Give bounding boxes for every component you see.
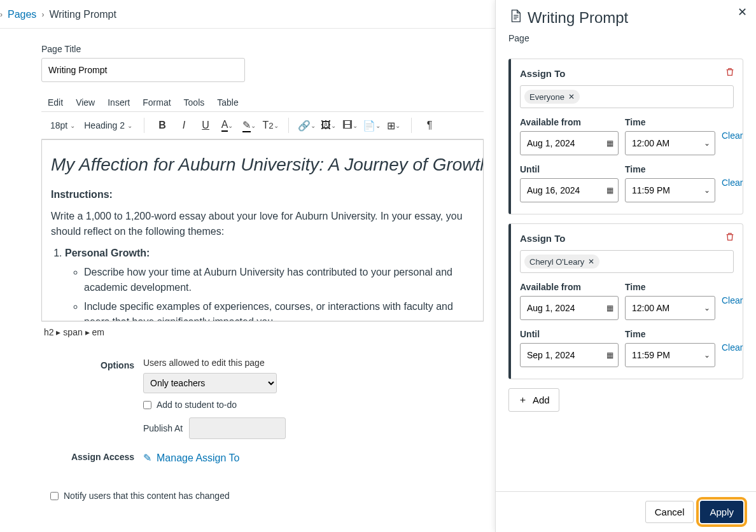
time-label: Time bbox=[625, 329, 715, 339]
close-icon[interactable]: ✕ bbox=[738, 5, 747, 19]
calendar-icon[interactable]: ▦ bbox=[606, 139, 613, 148]
plus-icon: ＋ bbox=[518, 394, 528, 406]
assignee-chip: Cheryl O'Leary✕ bbox=[524, 255, 599, 269]
editor-intro: Write a 1,000 to 1,200-word essay about … bbox=[51, 209, 474, 239]
assign-to-panel: Writing Prompt Page ✕ Assign To Everyone… bbox=[495, 0, 756, 532]
italic-icon[interactable]: I bbox=[175, 116, 193, 134]
calendar-icon[interactable]: ▦ bbox=[606, 186, 613, 195]
until-label: Until bbox=[520, 164, 619, 174]
apps-icon[interactable]: ⊞ ⌄ bbox=[384, 116, 402, 134]
bold-icon[interactable]: B bbox=[153, 116, 171, 134]
instructions-label: Instructions: bbox=[51, 189, 113, 200]
section-1-item-1: Describe how your time at Auburn Univers… bbox=[84, 265, 474, 295]
publish-at-label: Publish At bbox=[143, 423, 183, 433]
text-color-icon[interactable]: A ⌄ bbox=[218, 116, 236, 134]
options-label: Options bbox=[41, 358, 143, 370]
highlight-color-icon[interactable]: ✎ ⌄ bbox=[240, 116, 258, 134]
assignee-chip: Everyone✕ bbox=[524, 90, 580, 104]
until-time-input[interactable] bbox=[625, 178, 715, 202]
available-from-time-input[interactable] bbox=[625, 131, 715, 155]
document-icon[interactable]: 📄 ⌄ bbox=[363, 116, 381, 134]
editor-toolbar: 18pt ⌄ Heading 2 ⌄ B I U A ⌄ ✎ ⌄ T2 ⌄ 🔗 … bbox=[41, 111, 484, 139]
assign-access-label: Assign Access bbox=[41, 452, 143, 462]
underline-icon[interactable]: U bbox=[197, 116, 214, 134]
chevron-down-icon[interactable]: ⌄ bbox=[704, 351, 710, 360]
notify-checkbox[interactable] bbox=[50, 492, 59, 500]
paragraph-icon[interactable]: ¶ bbox=[421, 116, 438, 134]
available-from-date-input[interactable] bbox=[520, 131, 619, 155]
menu-table[interactable]: Table bbox=[217, 97, 238, 108]
available-from-label: Available from bbox=[520, 282, 619, 292]
until-time-input[interactable] bbox=[625, 343, 715, 367]
menu-insert[interactable]: Insert bbox=[108, 97, 130, 108]
assign-to-label: Assign To bbox=[520, 233, 734, 244]
available-from-time-input[interactable] bbox=[625, 296, 715, 320]
manage-assign-link[interactable]: ✎ Manage Assign To bbox=[143, 452, 239, 464]
assign-card: Assign To Everyone✕ Available from ▦ Tim… bbox=[508, 59, 743, 214]
add-button[interactable]: ＋ Add bbox=[508, 388, 559, 412]
time-label: Time bbox=[625, 164, 715, 174]
calendar-icon[interactable]: ▦ bbox=[606, 351, 613, 360]
chevron-right-icon: › bbox=[0, 10, 3, 19]
panel-subtitle: Page bbox=[508, 33, 743, 43]
available-from-label: Available from bbox=[520, 117, 619, 127]
chip-remove-icon[interactable]: ✕ bbox=[568, 92, 575, 101]
time-label: Time bbox=[625, 282, 715, 292]
page-title-label: Page Title bbox=[41, 44, 484, 54]
assignee-input[interactable]: Cheryl O'Leary✕ bbox=[520, 250, 734, 273]
users-edit-select[interactable]: Only teachers bbox=[143, 373, 277, 393]
media-icon[interactable]: 🎞 ⌄ bbox=[341, 116, 359, 134]
element-path[interactable]: h2 ▸ span ▸ em bbox=[41, 321, 484, 342]
image-icon[interactable]: 🖼 ⌄ bbox=[319, 116, 337, 134]
assign-icon: ✎ bbox=[143, 452, 151, 464]
menu-tools[interactable]: Tools bbox=[184, 97, 205, 108]
clear-until-button[interactable]: Clear bbox=[722, 342, 747, 354]
users-edit-desc: Users allowed to edit this page bbox=[143, 358, 484, 368]
menu-edit[interactable]: Edit bbox=[48, 97, 63, 108]
editor-heading: My Affection for Auburn University: A Jo… bbox=[51, 151, 474, 178]
until-date-input[interactable] bbox=[520, 343, 619, 367]
menu-format[interactable]: Format bbox=[143, 97, 171, 108]
page-icon bbox=[508, 9, 522, 27]
clear-until-button[interactable]: Clear bbox=[722, 178, 747, 189]
rich-text-editor[interactable]: My Affection for Auburn University: A Jo… bbox=[41, 139, 484, 321]
breadcrumb-pages-link[interactable]: Pages bbox=[8, 9, 36, 20]
trash-icon[interactable] bbox=[725, 232, 735, 244]
calendar-icon[interactable]: ▦ bbox=[606, 304, 613, 312]
assign-to-label: Assign To bbox=[520, 68, 734, 79]
publish-at-input[interactable] bbox=[189, 417, 286, 439]
available-from-date-input[interactable] bbox=[520, 296, 619, 320]
chevron-down-icon[interactable]: ⌄ bbox=[704, 139, 710, 148]
breadcrumb-current: Writing Prompt bbox=[49, 9, 116, 20]
chevron-right-icon: › bbox=[41, 10, 44, 19]
until-label: Until bbox=[520, 329, 619, 339]
block-format-select[interactable]: Heading 2 ⌄ bbox=[81, 119, 135, 132]
apply-button[interactable]: Apply bbox=[700, 501, 743, 523]
menu-view[interactable]: View bbox=[76, 97, 95, 108]
notify-label: Notify users that this content has chang… bbox=[64, 491, 230, 501]
superscript-icon[interactable]: T2 ⌄ bbox=[262, 116, 279, 134]
link-icon[interactable]: 🔗 ⌄ bbox=[298, 116, 316, 134]
editor-menubar: Edit View Insert Format Tools Table bbox=[41, 94, 484, 111]
font-size-select[interactable]: 18pt ⌄ bbox=[48, 119, 78, 132]
until-date-input[interactable] bbox=[520, 178, 619, 202]
section-1-label: Personal Growth: bbox=[65, 248, 150, 258]
chevron-down-icon[interactable]: ⌄ bbox=[704, 304, 710, 312]
chip-remove-icon[interactable]: ✕ bbox=[588, 257, 594, 266]
assign-card: Assign To Cheryl O'Leary✕ Available from… bbox=[508, 223, 743, 379]
add-todo-checkbox[interactable] bbox=[143, 401, 151, 409]
section-1-item-2: Include specific examples of experiences… bbox=[84, 299, 474, 321]
cancel-button[interactable]: Cancel bbox=[645, 501, 694, 523]
panel-title: Writing Prompt bbox=[508, 9, 743, 27]
assignee-input[interactable]: Everyone✕ bbox=[520, 85, 734, 108]
page-title-input[interactable] bbox=[41, 58, 245, 82]
time-label: Time bbox=[625, 117, 715, 127]
chevron-down-icon[interactable]: ⌄ bbox=[704, 186, 710, 195]
clear-from-button[interactable]: Clear bbox=[722, 295, 747, 307]
add-todo-label: Add to student to-do bbox=[157, 400, 237, 410]
clear-from-button[interactable]: Clear bbox=[722, 130, 747, 142]
trash-icon[interactable] bbox=[725, 67, 735, 79]
